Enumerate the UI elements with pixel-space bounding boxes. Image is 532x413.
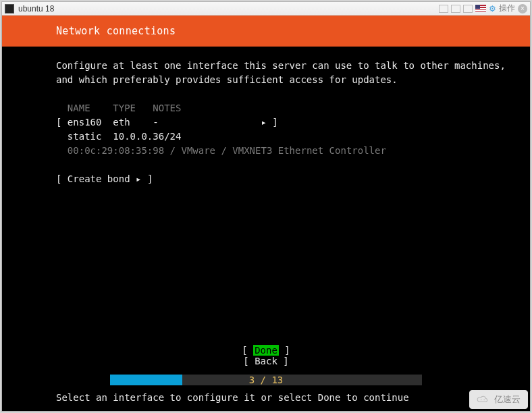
iface-model: VMXNET3 Ethernet Controller	[232, 145, 386, 156]
iface-type: eth	[113, 117, 130, 128]
installer-screen: Network connections Configure at least o…	[2, 16, 530, 411]
action-row: [ Done ] [ Back ]	[2, 345, 530, 370]
iface-mac: 00:0c:29:08:35:98	[68, 145, 164, 156]
iface-notes: -	[153, 117, 158, 128]
progress-bar: 3 / 13	[2, 373, 530, 387]
titlebar-controls: ⚙ 操作 ×	[439, 3, 527, 14]
hint-text: Select an interface to configure it or s…	[2, 387, 530, 411]
iface-address: 10.0.0.36/24	[113, 131, 181, 142]
cloud-icon	[475, 394, 490, 405]
iface-mode: static	[68, 131, 102, 142]
progress-label: 3 / 13	[110, 375, 422, 385]
operate-menu[interactable]: 操作	[499, 3, 515, 14]
done-button[interactable]: [ Done ]	[240, 345, 291, 356]
console-icon	[5, 4, 14, 13]
create-bond-button[interactable]: Create bond	[68, 173, 130, 184]
svg-point-1	[483, 400, 484, 400]
instruction-line-1: Configure at least one interface this se…	[56, 60, 506, 71]
window-title: ubuntu 18	[18, 4, 439, 13]
us-flag-icon[interactable]	[475, 5, 486, 12]
iface-vendor: VMware	[181, 145, 215, 156]
close-icon[interactable]: ×	[518, 4, 527, 13]
instruction-line-2: and which preferably provides sufficient…	[56, 74, 398, 85]
titlebar-button-1[interactable]	[439, 5, 448, 13]
chevron-right-icon[interactable]: ▸	[261, 117, 266, 128]
svg-point-0	[481, 400, 481, 400]
watermark: 亿速云	[469, 390, 528, 409]
iface-name[interactable]: ens160	[68, 117, 102, 128]
back-button[interactable]: [ Back ]	[242, 356, 290, 366]
vm-console-window: ubuntu 18 ⚙ 操作 × Network connections Con…	[1, 1, 531, 412]
titlebar-button-2[interactable]	[451, 5, 460, 13]
gear-icon[interactable]: ⚙	[489, 4, 496, 13]
page-title: Network connections	[2, 16, 530, 47]
main-content: Configure at least one interface this se…	[2, 47, 530, 345]
col-type: TYPE	[113, 103, 136, 113]
col-notes: NOTES	[153, 103, 181, 113]
col-name: NAME	[68, 103, 90, 113]
titlebar: ubuntu 18 ⚙ 操作 ×	[2, 2, 530, 16]
watermark-text: 亿速云	[494, 393, 521, 406]
titlebar-button-3[interactable]	[463, 5, 473, 13]
